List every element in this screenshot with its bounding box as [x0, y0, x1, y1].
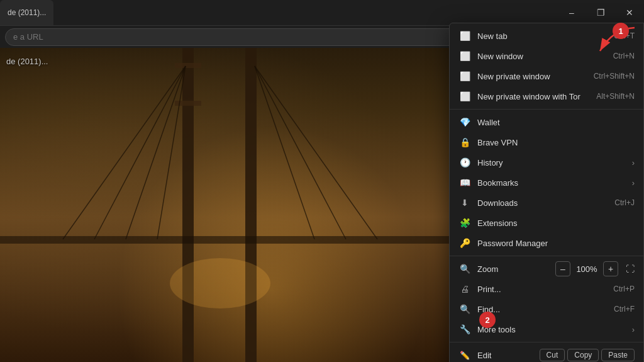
shortcut-print: Ctrl+P: [613, 285, 635, 293]
password-icon: 🔑: [458, 237, 471, 249]
menu-label-tor: New private window with Tor: [477, 92, 596, 101]
menu-item-more-tools[interactable]: 🔧 More tools ›: [450, 319, 643, 339]
menu-label-more-tools: More tools: [477, 325, 627, 334]
url-input[interactable]: [5, 28, 475, 46]
menu-label-password: Password Manager: [477, 239, 635, 248]
menu-label-history: History: [477, 158, 627, 167]
edit-icon: ✏️: [458, 349, 471, 361]
menu-label-downloads: Downloads: [477, 198, 614, 208]
zoom-value: 100%: [574, 264, 599, 274]
menu-label-find: Find...: [477, 305, 614, 314]
svg-rect-0: [182, 31, 194, 362]
separator-1: [450, 109, 643, 110]
titlebar: de (2011)... – ❐ ✕: [0, 0, 644, 25]
shortcut-tor: Alt+Shift+N: [596, 92, 635, 101]
zoom-plus-button[interactable]: +: [603, 261, 618, 276]
menu-item-password[interactable]: 🔑 Password Manager: [450, 233, 643, 253]
history-icon: 🕐: [458, 156, 471, 169]
svg-line-6: [126, 66, 186, 239]
wallet-icon: 💎: [458, 116, 471, 128]
new-private-icon: ⬜: [458, 70, 471, 82]
page-subtitle: de (2011)...: [6, 57, 48, 66]
svg-rect-12: [0, 236, 453, 244]
shortcut-new-private: Ctrl+Shift+N: [594, 72, 635, 81]
new-tab-icon: ⬜: [458, 30, 471, 42]
menu-item-new-private[interactable]: ⬜ New private window Ctrl+Shift+N: [450, 66, 643, 86]
fullscreen-icon[interactable]: ⛶: [626, 264, 635, 274]
minimize-button[interactable]: –: [557, 0, 586, 25]
close-button[interactable]: ✕: [615, 0, 644, 25]
extensions-icon: 🧩: [458, 217, 471, 229]
menu-item-print[interactable]: 🖨 Print... Ctrl+P: [450, 279, 643, 299]
menu-item-downloads[interactable]: ⬇ Downloads Ctrl+J: [450, 193, 643, 213]
menu-label-vpn: Brave VPN: [477, 138, 635, 147]
edit-label: ✏️ Edit: [458, 349, 540, 361]
history-arrow: ›: [632, 158, 635, 167]
menu-item-bookmarks[interactable]: 📖 Bookmarks ›: [450, 173, 643, 193]
svg-point-11: [170, 258, 270, 308]
zoom-controls: – 100% + ⛶: [555, 261, 635, 276]
zoom-minus-button[interactable]: –: [555, 261, 570, 276]
shortcut-new-window: Ctrl+N: [613, 52, 635, 60]
zoom-icon: 🔍: [458, 263, 471, 275]
menu-panel: ⬜ New tab Ctrl+T ⬜ New window Ctrl+N ⬜ N…: [449, 23, 644, 362]
menu-label-bookmarks: Bookmarks: [477, 178, 627, 188]
window-controls: – ❐ ✕: [557, 0, 644, 25]
svg-line-4: [63, 66, 186, 239]
background-image: [0, 0, 453, 362]
zoom-row: 🔍 Zoom – 100% + ⛶: [450, 259, 643, 279]
menu-label-extensions: Extensions: [477, 218, 635, 228]
menu-item-vpn[interactable]: 🔒 Brave VPN: [450, 132, 643, 152]
more-tools-arrow: ›: [632, 325, 635, 334]
separator-3: [450, 342, 643, 342]
find-icon: 🔍: [458, 303, 471, 315]
tab-area: de (2011)...: [0, 0, 557, 25]
svg-rect-2: [175, 63, 201, 68]
print-icon: 🖨: [458, 283, 471, 295]
edit-row: ✏️ Edit Cut Copy Paste: [450, 345, 643, 362]
vpn-icon: 🔒: [458, 136, 471, 149]
menu-label-new-window: New window: [477, 52, 613, 61]
menu-label-wallet: Wallet: [477, 118, 635, 127]
copy-button[interactable]: Copy: [567, 349, 599, 361]
svg-line-9: [255, 66, 346, 239]
new-window-icon: ⬜: [458, 50, 471, 62]
shortcut-downloads: Ctrl+J: [614, 198, 635, 207]
zoom-text: Zoom: [477, 264, 498, 274]
menu-item-extensions[interactable]: 🧩 Extensions: [450, 213, 643, 233]
menu-label-new-private: New private window: [477, 72, 594, 81]
menu-item-find[interactable]: 🔍 Find... Ctrl+F: [450, 299, 643, 319]
maximize-button[interactable]: ❐: [586, 0, 615, 25]
zoom-label: 🔍 Zoom: [458, 263, 555, 275]
badge-2: 2: [479, 312, 496, 328]
svg-line-8: [255, 66, 314, 239]
menu-item-new-window[interactable]: ⬜ New window Ctrl+N: [450, 46, 643, 66]
active-tab[interactable]: de (2011)...: [0, 0, 53, 25]
menu-label-print: Print...: [477, 285, 613, 294]
separator-2: [450, 256, 643, 256]
menu-item-history[interactable]: 🕐 History ›: [450, 152, 643, 173]
edit-text: Edit: [477, 351, 491, 360]
bookmarks-icon: 📖: [458, 176, 471, 189]
menu-item-wallet[interactable]: 💎 Wallet: [450, 112, 643, 132]
shortcut-find: Ctrl+F: [614, 305, 635, 314]
badge-1: 1: [613, 23, 629, 39]
more-tools-icon: 🔧: [458, 323, 471, 336]
bookmarks-arrow: ›: [632, 178, 635, 188]
tor-icon: ⬜: [458, 90, 471, 103]
paste-button[interactable]: Paste: [601, 349, 635, 361]
svg-line-10: [255, 66, 377, 239]
svg-rect-1: [245, 31, 257, 362]
menu-label-new-tab: New tab: [477, 31, 614, 41]
downloads-icon: ⬇: [458, 196, 471, 209]
cut-button[interactable]: Cut: [540, 349, 565, 361]
menu-item-tor[interactable]: ⬜ New private window with Tor Alt+Shift+…: [450, 86, 643, 106]
edit-actions: Cut Copy Paste: [540, 349, 635, 361]
